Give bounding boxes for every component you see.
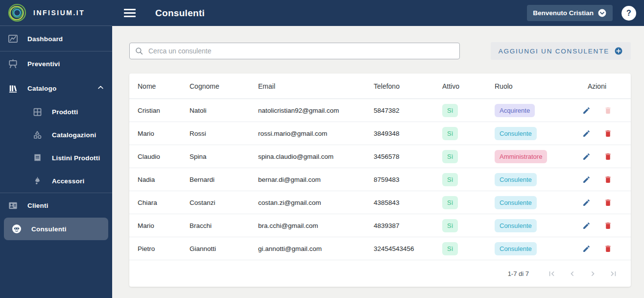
role-badge: Consulente (495, 196, 537, 209)
sidebar-item-listini-prodotti[interactable]: Listini Prodotti (0, 147, 112, 170)
sidebar-item-prodotti[interactable]: Prodotti (0, 100, 112, 124)
pencil-icon (582, 245, 591, 253)
cell-cognome: Costanzi (190, 199, 258, 206)
window-grid-icon (31, 107, 43, 117)
help-icon: ? (626, 9, 631, 18)
sidebar-item-label: Consulenti (31, 225, 67, 233)
cell-nome: Pietro (138, 245, 190, 252)
cell-nome: Nadia (138, 176, 190, 183)
pencil-icon (582, 175, 591, 184)
column-header-attivo: Attivo (442, 82, 495, 90)
active-badge: Sì (442, 219, 458, 232)
cell-ruolo: Amministratore (495, 150, 568, 163)
brand[interactable]: INFISIUM.IT (0, 0, 112, 26)
first-page-button[interactable] (546, 268, 557, 279)
table-row: Pietro Giannotti gi.annotti@gmail.com 32… (129, 237, 631, 260)
sidebar-item-label: Listini Prodotti (52, 154, 100, 162)
active-badge: Sì (442, 104, 458, 117)
active-badge: Sì (442, 173, 458, 186)
trash-icon (604, 175, 612, 184)
next-page-button[interactable] (587, 268, 598, 279)
sidebar-item-label: Prodotti (52, 108, 78, 116)
menu-toggle-icon[interactable] (124, 9, 136, 17)
delete-button[interactable] (604, 245, 612, 253)
column-header-ruolo: Ruolo (495, 82, 568, 90)
sidebar-item-catalogazioni[interactable]: Catalogazioni (0, 124, 112, 147)
previous-page-button[interactable] (566, 268, 578, 279)
sidebar-item-label: Clienti (27, 202, 48, 209)
cell-azioni (568, 175, 626, 184)
cell-cognome: Spina (190, 153, 258, 160)
delete-button[interactable] (604, 175, 612, 184)
cell-nome: Cristian (138, 107, 190, 114)
cell-email: spina.claudio@gmail.com (258, 153, 374, 160)
search-box (129, 43, 460, 59)
cell-cognome: Bernardi (190, 176, 258, 183)
active-badge: Sì (442, 127, 458, 140)
sidebar-item-dashboard[interactable]: Dashboard (0, 27, 112, 51)
table-row: Claudio Spina spina.claudio@gmail.com 34… (129, 145, 631, 168)
cell-azioni (568, 222, 626, 230)
content: AGGIUNGI UN CONSULENTE Nome Cognome Emai… (112, 26, 644, 298)
help-button[interactable]: ? (621, 6, 636, 21)
sidebar-item-preventivi[interactable]: Preventivi (0, 51, 112, 76)
cell-telefono: 8759483 (374, 176, 442, 183)
edit-button[interactable] (582, 106, 591, 115)
edit-button[interactable] (582, 175, 591, 184)
active-badge: Sì (442, 150, 458, 163)
cell-telefono: 5847382 (374, 107, 442, 114)
cell-azioni (568, 199, 626, 207)
column-header-nome: Nome (138, 82, 190, 90)
brand-name: INFISIUM.IT (33, 9, 85, 17)
sidebar-item-label: Catalogo (27, 85, 56, 92)
search-input[interactable] (129, 43, 460, 59)
cell-attivo: Sì (442, 104, 495, 117)
edit-button[interactable] (582, 222, 591, 230)
first-page-icon (547, 269, 556, 278)
cell-nome: Mario (138, 130, 190, 137)
user-menu-label: Benvenuto Cristian (533, 9, 594, 17)
edit-button[interactable] (582, 199, 591, 207)
delete-button[interactable] (604, 152, 612, 161)
cell-azioni (568, 106, 626, 115)
delete-button[interactable] (604, 199, 612, 207)
delete-button[interactable] (604, 222, 612, 230)
edit-button[interactable] (582, 245, 591, 253)
table-row: Mario Bracchi bra.cchi@gmail.com 4839387… (129, 214, 631, 237)
cell-nome: Mario (138, 222, 190, 229)
last-page-button[interactable] (607, 268, 619, 279)
chevron-up-icon (97, 84, 104, 93)
cell-cognome: Giannotti (190, 245, 258, 252)
user-menu-button[interactable]: Benvenuto Cristian (527, 5, 613, 21)
cell-email: bernar.di@gmail.com (258, 176, 374, 183)
delete-button[interactable] (604, 129, 612, 138)
edit-button[interactable] (582, 152, 591, 161)
cell-email: natolicristian92@gmail.com (258, 107, 374, 114)
chevron-down-circle-icon (597, 8, 607, 18)
role-badge: Consulente (495, 127, 537, 140)
cell-azioni (568, 245, 626, 253)
books-icon (7, 83, 19, 94)
sidebar-item-label: Preventivi (27, 60, 60, 68)
table-header-row: Nome Cognome Email Telefono Attivo Ruolo… (129, 74, 631, 99)
role-badge: Consulente (495, 173, 537, 186)
sidebar-item-consulenti[interactable]: Consulenti (4, 218, 108, 240)
pencil-icon (582, 199, 591, 207)
role-badge: Amministratore (495, 150, 547, 163)
brand-logo-icon (7, 2, 27, 23)
edit-button[interactable] (582, 129, 591, 138)
app-window: INFISIUM.IT Dashboard (0, 0, 644, 298)
role-badge: Consulente (495, 219, 537, 232)
cell-telefono: 3849348 (374, 130, 442, 137)
column-header-email: Email (258, 82, 374, 90)
add-consultant-button[interactable]: AGGIUNGI UN CONSULENTE (491, 42, 631, 60)
sidebar-item-label: Accessori (52, 177, 84, 185)
sidebar-item-accessori[interactable]: Accessori (0, 170, 112, 193)
cell-azioni (568, 152, 626, 161)
pendant-lamp-icon (31, 176, 43, 186)
cell-attivo: Sì (442, 173, 495, 186)
pagination-range: 1-7 di 7 (508, 270, 529, 277)
sidebar: INFISIUM.IT Dashboard (0, 0, 112, 298)
sidebar-item-clienti[interactable]: Clienti (0, 193, 112, 218)
sidebar-item-catalogo[interactable]: Catalogo (0, 76, 112, 100)
